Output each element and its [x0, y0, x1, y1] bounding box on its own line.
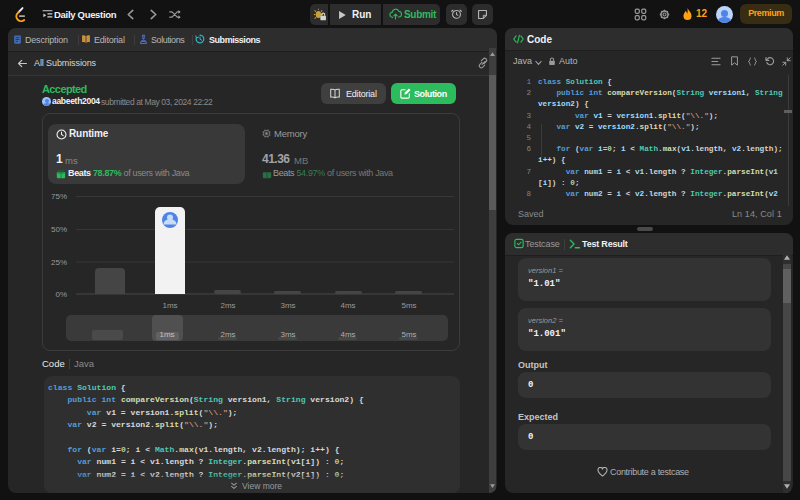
svg-text:50%: 50%	[51, 225, 67, 234]
svg-text:4ms: 4ms	[340, 301, 355, 310]
svg-text:5ms: 5ms	[401, 330, 416, 339]
svg-text:1ms: 1ms	[162, 301, 177, 310]
svg-text:3ms: 3ms	[280, 330, 295, 339]
svg-text:0%: 0%	[55, 290, 67, 299]
svg-text:5ms: 5ms	[401, 301, 416, 310]
svg-text:75%: 75%	[51, 192, 67, 201]
svg-text:2ms: 2ms	[220, 301, 235, 310]
svg-text:25%: 25%	[51, 258, 67, 267]
svg-text:2ms: 2ms	[220, 330, 235, 339]
svg-text:4ms: 4ms	[340, 330, 355, 339]
svg-text:1ms: 1ms	[159, 330, 174, 339]
svg-text:3ms: 3ms	[280, 301, 295, 310]
